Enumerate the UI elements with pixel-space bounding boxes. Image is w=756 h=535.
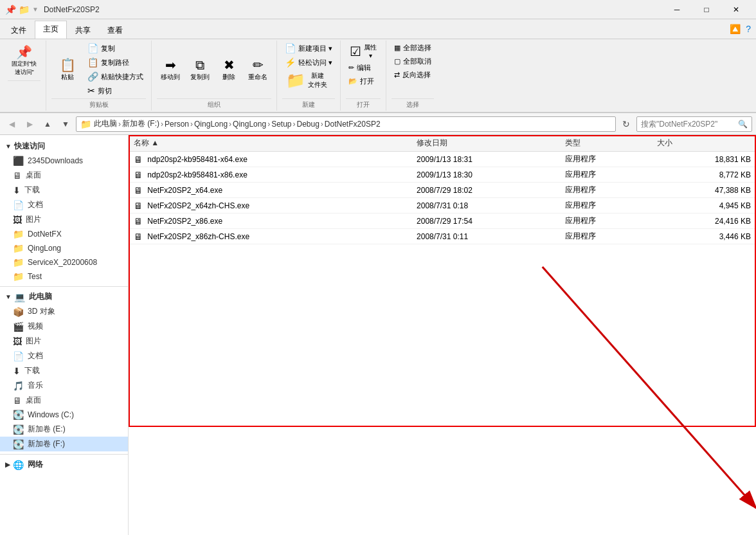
help-icon[interactable]: 🔼 bbox=[730, 24, 741, 34]
new-item-button[interactable]: 📄 新建项目 ▾ bbox=[282, 42, 335, 55]
paste-shortcut-button[interactable]: 🔗 粘贴快捷方式 bbox=[85, 70, 146, 83]
invert-selection-button[interactable]: ⇄ 反向选择 bbox=[392, 69, 433, 81]
path-part-0[interactable]: 此电脑 bbox=[94, 118, 117, 129]
svg-line-1 bbox=[543, 267, 756, 508]
network-arrow: ▶ bbox=[5, 461, 10, 468]
path-part-7[interactable]: DotNetFx20SP2 bbox=[325, 120, 381, 129]
sidebar-item-3d[interactable]: 📦 3D 对象 bbox=[0, 304, 128, 319]
ribbon-help-button[interactable]: ? bbox=[746, 24, 751, 34]
sidebar-item-pictures1[interactable]: 🖼 图片 bbox=[0, 212, 128, 227]
sidebar-item-2345downloads[interactable]: ⬛ 2345Downloads bbox=[0, 154, 128, 168]
sidebar-section-network: ▶ 🌐 网络 bbox=[0, 457, 128, 472]
table-row[interactable]: 🖥 NetFx20SP2_x64.exe 2008/7/29 18:02 应用程… bbox=[129, 183, 756, 198]
file-type-cell: 应用程序 bbox=[560, 198, 652, 213]
address-path[interactable]: 📁 此电脑 › 新加卷 (F:) › Person › QingLong › Q… bbox=[76, 116, 616, 132]
copy-path-icon: 📋 bbox=[87, 57, 98, 68]
search-box[interactable]: 🔍 bbox=[636, 116, 752, 132]
path-part-2[interactable]: Person bbox=[165, 120, 189, 129]
sidebar-item-dotnetfx[interactable]: 📁 DotNetFX bbox=[0, 227, 128, 241]
file-area: 名称 ▲ 修改日期 类型 大小 🖥 ndp20sp2 bbox=[129, 135, 756, 535]
file-name: NetFx20SP2_x64zh-CHS.exe bbox=[147, 201, 249, 210]
organize-items: ➡ 移动到 ⧉ 复制到 ✖ 删除 ✏ 重命名 bbox=[157, 42, 271, 97]
cut-button[interactable]: ✂ 剪切 bbox=[85, 84, 146, 97]
search-input[interactable] bbox=[641, 120, 738, 129]
copy-button[interactable]: 📄 复制 bbox=[85, 42, 146, 55]
path-part-6[interactable]: Debug bbox=[296, 120, 319, 129]
sidebar-item-documents[interactable]: 📄 文档 bbox=[0, 349, 128, 363]
table-row[interactable]: 🖥 NetFx20SP2_x86zh-CHS.exe 2008/7/31 0:1… bbox=[129, 229, 756, 244]
tab-share[interactable]: 共享 bbox=[67, 22, 99, 39]
sidebar-item-windows-c[interactable]: 💽 Windows (C:) bbox=[0, 408, 128, 422]
tab-view[interactable]: 查看 bbox=[99, 22, 131, 39]
file-name-cell: 🖥 NetFx20SP2_x86.exe bbox=[129, 213, 411, 229]
minimize-button[interactable]: ─ bbox=[662, 0, 692, 19]
col-header-date[interactable]: 修改日期 bbox=[411, 135, 560, 152]
this-pc-icon: 💻 bbox=[14, 292, 25, 302]
file-size-cell: 4,945 KB bbox=[652, 198, 756, 213]
tab-home[interactable]: 主页 bbox=[35, 21, 67, 39]
col-header-size[interactable]: 大小 bbox=[652, 135, 756, 152]
sidebar-this-pc-header[interactable]: ▼ 💻 此电脑 bbox=[0, 289, 128, 304]
file-size-cell: 47,388 KB bbox=[652, 183, 756, 198]
sidebar-item-servicex[interactable]: 📁 ServiceX_20200608 bbox=[0, 255, 128, 269]
delete-button[interactable]: ✖ 删除 bbox=[216, 56, 242, 83]
sidebar-item-qinglong[interactable]: 📁 QingLong bbox=[0, 241, 128, 255]
file-type-cell: 应用程序 bbox=[560, 229, 652, 244]
sidebar-item-video[interactable]: 🎬 视频 bbox=[0, 319, 128, 334]
path-part-3[interactable]: QingLong bbox=[194, 120, 228, 129]
recent-button[interactable]: ▼ bbox=[58, 116, 73, 132]
select-all-button[interactable]: ▦ 全部选择 bbox=[392, 42, 434, 54]
path-part-5[interactable]: Setup bbox=[271, 120, 291, 129]
sidebar-item-desktop1[interactable]: 🖥 桌面 bbox=[0, 168, 128, 183]
close-button[interactable]: ✕ bbox=[721, 0, 751, 19]
deselect-all-button[interactable]: ▢ 全部取消 bbox=[392, 55, 434, 68]
open-button[interactable]: 📂 打开 bbox=[346, 75, 377, 87]
pin-icon: 📌 bbox=[16, 44, 32, 60]
sidebar-quick-access-header[interactable]: ▼ 快速访问 bbox=[0, 139, 128, 154]
drive-f-icon: 💽 bbox=[13, 439, 24, 449]
rename-button[interactable]: ✏ 重命名 bbox=[244, 56, 271, 83]
sidebar-item-drive-e[interactable]: 💽 新加卷 (E:) bbox=[0, 422, 128, 437]
table-row[interactable]: 🖥 NetFx20SP2_x64zh-CHS.exe 2008/7/31 0:1… bbox=[129, 198, 756, 213]
quick-access-arrow: ▼ bbox=[5, 143, 12, 150]
copy-path-button[interactable]: 📋 复制路径 bbox=[85, 56, 146, 69]
refresh-button[interactable]: ↻ bbox=[618, 116, 634, 132]
sidebar-divider1 bbox=[0, 286, 128, 287]
up-button[interactable]: ▲ bbox=[40, 116, 55, 132]
move-icon: ➡ bbox=[165, 57, 176, 73]
sidebar-item-test[interactable]: 📁 Test bbox=[0, 269, 128, 284]
sidebar-item-pictures[interactable]: 🖼 图片 bbox=[0, 334, 128, 349]
main-layout: ▼ 快速访问 ⬛ 2345Downloads 🖥 桌面 ⬇ 下载 📄 文档 🖼 bbox=[0, 135, 756, 535]
sidebar-item-drive-f[interactable]: 💽 新加卷 (F:) bbox=[0, 437, 128, 451]
easy-access-button[interactable]: ⚡ 轻松访问 ▾ bbox=[282, 56, 335, 69]
path-part-1[interactable]: 新加卷 (F:) bbox=[122, 118, 159, 129]
sidebar-network-header[interactable]: ▶ 🌐 网络 bbox=[0, 457, 128, 472]
move-to-button[interactable]: ➡ 移动到 bbox=[157, 56, 184, 83]
table-row[interactable]: 🖥 NetFx20SP2_x86.exe 2008/7/29 17:54 应用程… bbox=[129, 213, 756, 229]
copy-to-button[interactable]: ⧉ 复制到 bbox=[186, 56, 213, 83]
col-header-name[interactable]: 名称 ▲ bbox=[129, 135, 411, 152]
sidebar-item-downloads2[interactable]: ⬇ 下载 bbox=[0, 363, 128, 378]
file-name: ndp20sp2-kb958481-x64.exe bbox=[147, 155, 247, 164]
properties-button[interactable]: ☑ 属性▾ bbox=[346, 42, 381, 60]
table-row[interactable]: 🖥 ndp20sp2-kb958481-x64.exe 2009/1/13 18… bbox=[129, 152, 756, 167]
pin-quick-access-button[interactable]: 📌 固定到"快速访问" bbox=[8, 43, 40, 78]
path-part-4[interactable]: QingLong bbox=[233, 120, 266, 129]
edit-button[interactable]: ✏ 编辑 bbox=[346, 62, 374, 74]
new-folder-button[interactable]: 📁 新建文件夹 bbox=[282, 70, 331, 91]
tab-file[interactable]: 文件 bbox=[3, 22, 35, 39]
sidebar-item-desktop[interactable]: 🖥 桌面 bbox=[0, 393, 128, 408]
maximize-button[interactable]: □ bbox=[692, 0, 721, 19]
back-button[interactable]: ◀ bbox=[4, 116, 19, 132]
sidebar-section-this-pc: ▼ 💻 此电脑 📦 3D 对象 🎬 视频 🖼 图片 📄 文档 ⬇ bbox=[0, 289, 128, 451]
paste-button[interactable]: 📋 粘贴 bbox=[51, 56, 84, 83]
file-icon: 🖥 bbox=[134, 201, 143, 211]
file-date-cell: 2008/7/29 17:54 bbox=[411, 213, 560, 229]
col-header-type[interactable]: 类型 bbox=[560, 135, 652, 152]
sidebar-item-documents1[interactable]: 📄 文档 bbox=[0, 197, 128, 212]
copy-to-icon: ⧉ bbox=[195, 57, 204, 73]
forward-button[interactable]: ▶ bbox=[22, 116, 37, 132]
table-row[interactable]: 🖥 ndp20sp2-kb958481-x86.exe 2009/1/13 18… bbox=[129, 167, 756, 183]
sidebar-item-downloads[interactable]: ⬇ 下载 bbox=[0, 183, 128, 197]
sidebar-item-music[interactable]: 🎵 音乐 bbox=[0, 378, 128, 393]
